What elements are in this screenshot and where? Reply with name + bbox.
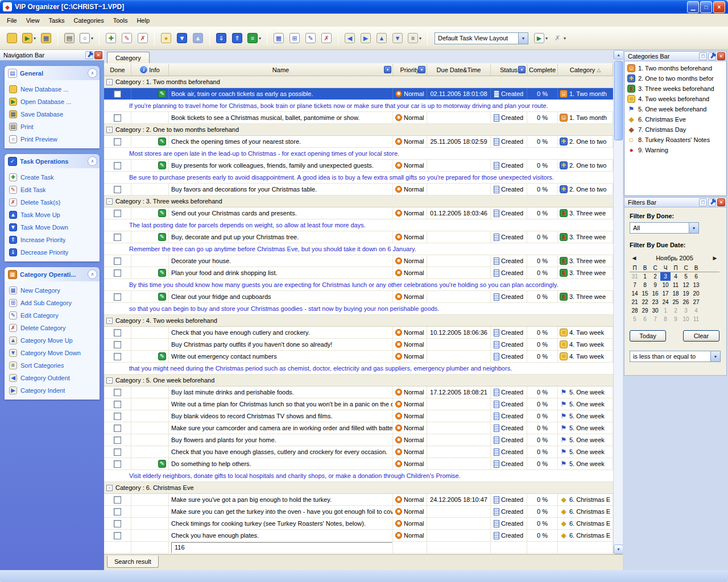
done-checkbox[interactable] bbox=[114, 436, 121, 444]
task-note-row[interactable]: Remember the tree can go up anytime befo… bbox=[104, 243, 613, 255]
task-row[interactable]: ✎Send out your Christmas cards and prese… bbox=[104, 207, 613, 219]
sidebar-item-open-database[interactable]: ▶Open Database ... bbox=[6, 95, 98, 108]
done-checkbox[interactable] bbox=[114, 210, 121, 217]
calendar-day[interactable]: 19 bbox=[681, 289, 691, 298]
calendar-day[interactable]: 3 bbox=[681, 306, 691, 315]
clear-button[interactable]: Clear bbox=[683, 330, 719, 342]
task-row[interactable]: Make sure you can get the turkey into th… bbox=[104, 506, 613, 518]
pin-icon[interactable] bbox=[85, 51, 93, 59]
column-header-done[interactable]: Done bbox=[104, 64, 131, 76]
done-checkbox[interactable] bbox=[114, 162, 121, 169]
open-database-button[interactable]: ▶▾ bbox=[20, 30, 38, 46]
menu-file[interactable]: File bbox=[2, 15, 22, 26]
category-item-2-one-to-two-months-befor[interactable]: ✚2. One to two months befor bbox=[624, 73, 726, 84]
collapse-icon[interactable]: - bbox=[106, 485, 113, 491]
due-date-condition-select[interactable]: is less than or equal to ▼ bbox=[630, 351, 721, 362]
calendar-day[interactable]: 20 bbox=[691, 289, 701, 298]
delete-task-button[interactable]: ✗ bbox=[135, 30, 150, 46]
category-item-7-christmas-day[interactable]: ◆7. Christmas Day bbox=[624, 124, 726, 135]
calendar-day[interactable]: 4 bbox=[691, 306, 701, 315]
column-header-due-date-time[interactable]: Due Date&Time bbox=[427, 64, 491, 76]
pin-icon[interactable] bbox=[708, 52, 716, 60]
calendar-day[interactable]: 2 bbox=[650, 272, 660, 281]
task-row[interactable]: Check timings for cooking turkey (see Tu… bbox=[104, 518, 613, 530]
calendar-day[interactable]: 13 bbox=[691, 281, 701, 289]
column-header-name[interactable]: Name▼ bbox=[169, 64, 393, 76]
nav-panel-header[interactable]: ▤General∧ bbox=[5, 66, 100, 80]
task-row[interactable]: Buy last minute drinks and perishable fo… bbox=[104, 386, 613, 398]
scroll-up-icon[interactable]: ▲ bbox=[614, 50, 623, 60]
calendar-day[interactable]: 5 bbox=[630, 315, 640, 323]
close-button[interactable]: × bbox=[713, 1, 725, 13]
chevron-down-icon[interactable]: ▼ bbox=[710, 351, 720, 361]
sidebar-item-task-move-up[interactable]: ▲Task Move Up bbox=[6, 209, 98, 221]
sidebar-item-new-database[interactable]: New Database ... bbox=[6, 83, 98, 95]
calendar-day[interactable]: 10 bbox=[681, 315, 691, 323]
done-checkbox[interactable] bbox=[114, 448, 121, 456]
calendar-day[interactable]: 8 bbox=[640, 281, 650, 289]
sidebar-item-delete-category[interactable]: ✗Delete Category bbox=[6, 322, 98, 334]
filter-dropdown-icon[interactable]: ▼ bbox=[418, 66, 425, 73]
task-row[interactable]: Buy flowers and plants for your home.Nor… bbox=[104, 434, 613, 446]
calendar-day[interactable]: 28 bbox=[630, 306, 640, 315]
category-item-3-three-weeks-beforehand[interactable]: ▮3. Three weeks beforehand bbox=[624, 84, 726, 94]
chevron-up-icon[interactable]: ∧ bbox=[88, 68, 97, 78]
sidebar-item-new-category[interactable]: ▦New Category bbox=[6, 284, 98, 297]
sidebar-item-print[interactable]: ▤Print bbox=[6, 120, 98, 133]
collapse-icon[interactable]: - bbox=[106, 377, 113, 384]
print-button[interactable]: ▤ bbox=[62, 30, 77, 46]
task-note-row[interactable]: If you're planning to travel home for Ch… bbox=[104, 100, 613, 112]
sidebar-item-sort-categories[interactable]: ≡Sort Categories bbox=[6, 359, 98, 372]
done-checkbox[interactable] bbox=[114, 138, 121, 146]
edit-category-button[interactable]: ✎ bbox=[303, 30, 318, 46]
task-row[interactable]: Buy favors and decorations for your Chri… bbox=[104, 184, 613, 196]
category-group-row[interactable]: -Category : 4. Two weeks beforehand bbox=[104, 315, 613, 327]
task-row[interactable]: Book tickets to see a Christmas musical,… bbox=[104, 112, 613, 124]
done-checkbox[interactable] bbox=[114, 353, 121, 360]
category-outdent-button[interactable]: ◀ bbox=[342, 30, 357, 46]
done-checkbox[interactable] bbox=[114, 329, 121, 336]
sidebar-item-task-move-down[interactable]: ▼Task Move Down bbox=[6, 221, 98, 234]
chevron-up-icon[interactable]: ∧ bbox=[88, 269, 97, 279]
menu-help[interactable]: Help bbox=[132, 15, 154, 26]
tab-category[interactable]: Category bbox=[107, 52, 150, 63]
pin-icon[interactable] bbox=[708, 198, 716, 206]
calendar-day[interactable]: 3 bbox=[660, 272, 671, 281]
save-database-button[interactable]: ▦ bbox=[39, 30, 53, 46]
minimize-button[interactable]: ▁ bbox=[687, 1, 699, 13]
task-note-row[interactable]: Most stores are open late in the lead-up… bbox=[104, 148, 613, 160]
apply-layout-button[interactable]: ▶▾ bbox=[532, 30, 549, 46]
done-checkbox[interactable] bbox=[114, 508, 121, 516]
vertical-scrollbar[interactable]: ▲ ▼ bbox=[613, 50, 623, 554]
category-indent-button[interactable]: ▶ bbox=[358, 30, 373, 46]
calendar-day[interactable]: 1 bbox=[640, 272, 650, 281]
nav-panel-header[interactable]: ✓Task Operations∧ bbox=[5, 154, 100, 168]
task-row[interactable]: Decorate your house.NormalCreated0 %▮3. … bbox=[104, 255, 613, 267]
calendar-day[interactable]: 11 bbox=[671, 281, 681, 289]
edit-task-button[interactable]: ✎ bbox=[119, 30, 134, 46]
task-row[interactable]: ✎Book air, train or coach tickets as ear… bbox=[104, 88, 613, 100]
new-database-button[interactable] bbox=[5, 30, 19, 46]
task-row[interactable]: Write out a time plan for Christmas lunc… bbox=[104, 398, 613, 410]
filter-dropdown-icon[interactable]: ▼ bbox=[384, 66, 391, 73]
menu-tools[interactable]: Tools bbox=[109, 15, 133, 26]
filter-by-done-select[interactable]: All ▼ bbox=[630, 222, 699, 234]
tab-search-result[interactable]: Search result bbox=[107, 556, 159, 568]
chevron-down-icon[interactable]: ▼ bbox=[518, 33, 528, 44]
scrollbar-thumb[interactable] bbox=[614, 61, 623, 140]
calendar-day[interactable]: 21 bbox=[630, 298, 640, 306]
filter-dropdown-icon[interactable]: ▼ bbox=[518, 66, 526, 73]
done-checkbox[interactable] bbox=[114, 269, 121, 277]
decrease-priority-button[interactable]: ⇓ bbox=[214, 30, 229, 46]
calendar-day[interactable]: 26 bbox=[681, 298, 691, 306]
calendar-day[interactable]: 30 bbox=[650, 306, 660, 315]
column-header-status[interactable]: Status▼ bbox=[491, 64, 527, 76]
close-icon[interactable]: × bbox=[94, 51, 102, 59]
done-checkbox[interactable] bbox=[114, 460, 121, 468]
calendar-day[interactable]: 25 bbox=[671, 298, 681, 306]
column-header-complete[interactable]: Complete bbox=[527, 64, 558, 76]
sidebar-item-print-preview[interactable]: ○Print Preview bbox=[6, 133, 98, 146]
task-note-row[interactable]: The last posting date for parcels depend… bbox=[104, 219, 613, 231]
calendar-day[interactable]: 9 bbox=[671, 315, 681, 323]
menu-view[interactable]: View bbox=[22, 15, 44, 26]
